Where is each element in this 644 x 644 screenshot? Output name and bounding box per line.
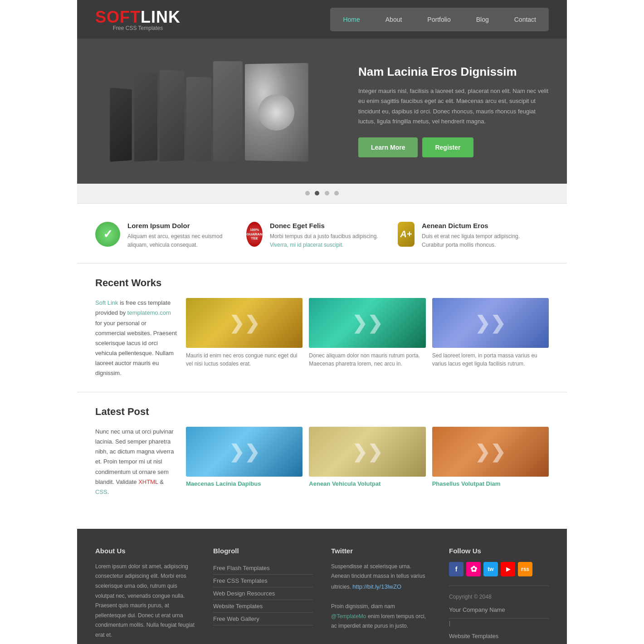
- nav-contact[interactable]: Contact: [502, 8, 549, 31]
- post-thumb-1[interactable]: [186, 427, 302, 477]
- blogroll-link-1[interactable]: Free Flash Templates: [213, 562, 313, 575]
- hero-card-2: [134, 72, 157, 162]
- work-item-1: Mauris id enim nec eros congue nunc eget…: [186, 298, 302, 378]
- work-desc-1: Mauris id enim nec eros congue nunc eget…: [186, 351, 302, 368]
- footer-copyright: Copyright © 2048 Your Company Name | Web…: [449, 585, 549, 644]
- work-thumb-2[interactable]: [309, 298, 425, 348]
- logo-soft: SOFT: [95, 8, 141, 26]
- hero-title: Nam Lacinia Eros Dignissim: [358, 65, 549, 79]
- flickr-icon[interactable]: ✿: [466, 562, 481, 576]
- hero-text: Nam Lacinia Eros Dignissim Integer mauri…: [340, 51, 567, 171]
- hero-section: Nam Lacinia Eros Dignissim Integer mauri…: [77, 39, 567, 184]
- work-item-2: Donec aliquam dolor non mauris rutrum po…: [309, 298, 425, 378]
- social-icons: f ✿ tw ▶ rss: [449, 562, 549, 576]
- slider-dot-3[interactable]: [325, 191, 329, 195]
- hero-card-6: [244, 63, 308, 162]
- features-section: Lorem Ipsum Dolor Aliquam est arcu, eges…: [77, 204, 567, 263]
- hero-card-3: [159, 70, 184, 162]
- copyright-text: Copyright © 2048 Your Company Name | Web…: [449, 592, 549, 644]
- footer-twitter: Twitter Suspendisse at scelerisque urna.…: [331, 547, 431, 644]
- post-sidebar: Nunc nec urna ut orci pulvinar lacinia. …: [95, 427, 177, 497]
- footer-about-text: Lorem ipsum dolor sit amet, adipiscing c…: [95, 562, 195, 640]
- hero-card-5: [213, 61, 242, 161]
- hero-images: [77, 39, 340, 184]
- feature-3-icon: A+: [398, 222, 415, 247]
- feature-1-icon: [95, 222, 120, 247]
- soft-link[interactable]: Soft Link: [95, 299, 118, 306]
- feature-1-desc: Aliquam est arcu, egestas nec euismod al…: [127, 232, 237, 249]
- learn-more-button[interactable]: Learn More: [358, 137, 418, 157]
- feature-3: A+ Aenean Dictum Eros Duis et erat nec l…: [398, 222, 549, 249]
- feature-2-desc: Morbi tempus dui a justo faucibus adipis…: [270, 232, 389, 249]
- footer-blogroll: Blogroll Free Flash Templates Free CSS T…: [213, 547, 313, 644]
- slider-dot-2[interactable]: [315, 191, 319, 195]
- latest-post-section: Latest Post Nunc nec urna ut orci pulvin…: [77, 392, 567, 511]
- post-title-3: Phasellus Volutpat Diam: [432, 480, 549, 487]
- twitter-icon[interactable]: tw: [483, 562, 498, 576]
- slider-dot-1[interactable]: [305, 191, 310, 195]
- latest-post-title: Latest Post: [95, 406, 549, 418]
- work-desc-2: Donec aliquam dolor non mauris rutrum po…: [309, 351, 425, 368]
- website-templates-link[interactable]: Website Templates: [449, 628, 549, 644]
- work-thumb-1[interactable]: [186, 298, 302, 348]
- post-title-1: Maecenas Lacinia Dapibus: [186, 480, 302, 487]
- post-title-2: Aenean Vehicula Volutpat: [309, 480, 425, 487]
- hero-card-1: [110, 88, 132, 162]
- hero-buttons: Learn More Register: [358, 137, 549, 157]
- rss-icon[interactable]: rss: [518, 562, 532, 576]
- nav-portfolio[interactable]: Portfolio: [415, 8, 463, 31]
- header: SOFTLINK Free CSS Templates Home About P…: [77, 0, 567, 39]
- works-sidebar: Soft Link is free css template provided …: [95, 298, 177, 378]
- post-thumb-2[interactable]: [309, 427, 425, 477]
- checkmark-icon: [103, 227, 113, 241]
- nav-about[interactable]: About: [373, 8, 415, 31]
- post-item-2: Aenean Vehicula Volutpat: [309, 427, 425, 497]
- youtube-icon[interactable]: ▶: [501, 562, 515, 576]
- twitter-mention: @TemplateMo: [331, 613, 366, 620]
- footer-follow-title: Follow Us: [449, 547, 549, 555]
- company-name-link[interactable]: Your Company Name: [449, 602, 549, 618]
- main-nav: Home About Portfolio Blog Contact: [330, 8, 549, 31]
- feature-2: Donec Eget Felis Morbi tempus dui a just…: [246, 222, 397, 249]
- footer-about-title: About Us: [95, 547, 195, 555]
- post-item-3: Phasellus Volutpat Diam: [432, 427, 549, 497]
- twitter-link-1[interactable]: http://bit.ly/13lwZO: [352, 583, 401, 590]
- feature-3-text: Aenean Dictum Eros Duis et erat nec ligu…: [422, 222, 540, 249]
- blogroll-link-4[interactable]: Website Templates: [213, 600, 313, 613]
- register-button[interactable]: Register: [422, 137, 473, 157]
- slider-dots: [77, 184, 567, 204]
- recent-works-title: Recent Works: [95, 277, 549, 289]
- facebook-icon[interactable]: f: [449, 562, 463, 576]
- templatemo-link[interactable]: templatemo.com: [127, 309, 171, 316]
- nav-home[interactable]: Home: [330, 8, 372, 31]
- feature-2-icon: [246, 222, 263, 247]
- logo-link: LINK: [141, 8, 181, 26]
- hero-card-4: [186, 77, 211, 161]
- logo-text: SOFTLINK: [95, 8, 181, 27]
- slider-dot-4[interactable]: [334, 191, 339, 195]
- feature-1-text: Lorem Ipsum Dolor Aliquam est arcu, eges…: [127, 222, 237, 249]
- blogroll-link-5[interactable]: Free Web Gallery: [213, 613, 313, 625]
- work-desc-3: Sed laoreet lorem, in porta massa varius…: [432, 351, 549, 368]
- posts-grid: Nunc nec urna ut orci pulvinar lacinia. …: [95, 427, 549, 497]
- feature-2-link[interactable]: Viverra, mi id placerat suscipit.: [270, 242, 344, 248]
- feature-2-title: Donec Eget Felis: [270, 222, 389, 229]
- blogroll-link-3[interactable]: Web Design Resources: [213, 587, 313, 600]
- footer-grid: About Us Lorem ipsum dolor sit amet, adi…: [95, 547, 549, 644]
- feature-2-text: Donec Eget Felis Morbi tempus dui a just…: [270, 222, 389, 249]
- recent-works-section: Recent Works Soft Link is free css templ…: [77, 263, 567, 392]
- footer-blogroll-title: Blogroll: [213, 547, 313, 555]
- work-thumb-3[interactable]: [432, 298, 549, 348]
- logo: SOFTLINK Free CSS Templates: [95, 8, 181, 31]
- footer-twitter-title: Twitter: [331, 547, 431, 555]
- nav-blog[interactable]: Blog: [463, 8, 502, 31]
- footer-about: About Us Lorem ipsum dolor sit amet, adi…: [95, 547, 195, 644]
- hero-image-stack: [96, 52, 322, 170]
- css-link[interactable]: CSS: [95, 488, 107, 495]
- blogroll-link-2[interactable]: Free CSS Templates: [213, 575, 313, 587]
- post-items: Maecenas Lacinia Dapibus Aenean Vehicula…: [186, 427, 549, 497]
- post-thumb-3[interactable]: [432, 427, 549, 477]
- xhtml-link[interactable]: XHTML: [138, 478, 158, 485]
- feature-3-desc: Duis et erat nec ligula tempor adipiscin…: [422, 232, 540, 249]
- footer-follow: Follow Us f ✿ tw ▶ rss Copyright © 2048 …: [449, 547, 549, 644]
